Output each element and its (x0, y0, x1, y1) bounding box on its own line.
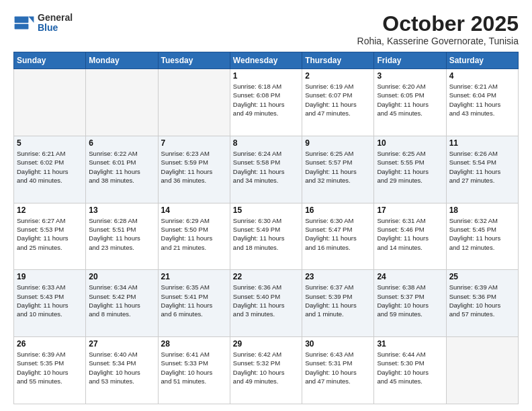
calendar-cell: 1Sunrise: 6:18 AM Sunset: 6:08 PM Daylig… (230, 69, 302, 136)
calendar-cell: 27Sunrise: 6:40 AM Sunset: 5:34 PM Dayli… (86, 337, 158, 404)
cell-text: Sunrise: 6:24 AM Sunset: 5:58 PM Dayligh… (233, 149, 299, 185)
day-number: 1 (233, 71, 299, 81)
calendar-cell: 5Sunrise: 6:21 AM Sunset: 6:02 PM Daylig… (14, 136, 86, 203)
cell-text: Sunrise: 6:28 AM Sunset: 5:51 PM Dayligh… (89, 216, 154, 252)
day-number: 26 (17, 339, 83, 349)
day-number: 15 (233, 205, 299, 215)
day-number: 29 (233, 339, 299, 349)
cell-text: Sunrise: 6:37 AM Sunset: 5:39 PM Dayligh… (305, 283, 371, 318)
cell-text: Sunrise: 6:33 AM Sunset: 5:43 PM Dayligh… (17, 283, 83, 318)
calendar-cell: 18Sunrise: 6:32 AM Sunset: 5:45 PM Dayli… (446, 203, 518, 270)
cell-text: Sunrise: 6:35 AM Sunset: 5:41 PM Dayligh… (161, 283, 227, 318)
cell-text: Sunrise: 6:21 AM Sunset: 6:04 PM Dayligh… (449, 82, 515, 118)
logo: General Blue (13, 12, 73, 34)
calendar-cell: 31Sunrise: 6:44 AM Sunset: 5:30 PM Dayli… (374, 337, 446, 404)
title-block: October 2025 Rohia, Kasserine Governorat… (357, 12, 519, 46)
weekday-header-thursday: Thursday (302, 52, 374, 69)
calendar-cell: 23Sunrise: 6:37 AM Sunset: 5:39 PM Dayli… (302, 270, 374, 337)
weekday-header-saturday: Saturday (446, 52, 518, 69)
day-number: 10 (377, 138, 443, 148)
calendar-cell: 8Sunrise: 6:24 AM Sunset: 5:58 PM Daylig… (230, 136, 302, 203)
calendar-cell: 14Sunrise: 6:29 AM Sunset: 5:50 PM Dayli… (158, 203, 230, 270)
cell-text: Sunrise: 6:36 AM Sunset: 5:40 PM Dayligh… (233, 283, 299, 318)
day-number: 17 (377, 205, 443, 215)
cell-text: Sunrise: 6:20 AM Sunset: 6:05 PM Dayligh… (377, 82, 443, 118)
svg-rect-1 (15, 16, 29, 23)
logo-icon (13, 12, 35, 34)
calendar-cell: 13Sunrise: 6:28 AM Sunset: 5:51 PM Dayli… (86, 203, 158, 270)
cell-text: Sunrise: 6:30 AM Sunset: 5:47 PM Dayligh… (305, 216, 371, 252)
calendar-cell: 28Sunrise: 6:41 AM Sunset: 5:33 PM Dayli… (158, 337, 230, 404)
logo-text: General Blue (38, 13, 73, 34)
day-number: 13 (89, 205, 154, 215)
cell-text: Sunrise: 6:25 AM Sunset: 5:55 PM Dayligh… (377, 149, 443, 185)
calendar-row-2: 12Sunrise: 6:27 AM Sunset: 5:53 PM Dayli… (14, 203, 519, 270)
day-number: 7 (161, 138, 227, 148)
cell-text: Sunrise: 6:42 AM Sunset: 5:32 PM Dayligh… (233, 350, 299, 385)
calendar-cell: 7Sunrise: 6:23 AM Sunset: 5:59 PM Daylig… (158, 136, 230, 203)
calendar-cell: 3Sunrise: 6:20 AM Sunset: 6:05 PM Daylig… (374, 69, 446, 136)
cell-text: Sunrise: 6:31 AM Sunset: 5:46 PM Dayligh… (377, 216, 443, 252)
weekday-header-tuesday: Tuesday (158, 52, 230, 69)
cell-text: Sunrise: 6:22 AM Sunset: 6:01 PM Dayligh… (89, 149, 154, 185)
day-number: 22 (233, 272, 299, 281)
calendar-cell: 16Sunrise: 6:30 AM Sunset: 5:47 PM Dayli… (302, 203, 374, 270)
cell-text: Sunrise: 6:40 AM Sunset: 5:34 PM Dayligh… (89, 350, 154, 385)
day-number: 4 (449, 71, 515, 81)
calendar-cell: 22Sunrise: 6:36 AM Sunset: 5:40 PM Dayli… (230, 270, 302, 337)
calendar-cell: 2Sunrise: 6:19 AM Sunset: 6:07 PM Daylig… (302, 69, 374, 136)
logo-general: General (38, 13, 73, 23)
cell-text: Sunrise: 6:19 AM Sunset: 6:07 PM Dayligh… (305, 82, 371, 118)
calendar-cell (446, 337, 518, 404)
logo-blue: Blue (38, 23, 73, 33)
calendar-cell: 25Sunrise: 6:39 AM Sunset: 5:36 PM Dayli… (446, 270, 518, 337)
calendar-cell: 12Sunrise: 6:27 AM Sunset: 5:53 PM Dayli… (14, 203, 86, 270)
cell-text: Sunrise: 6:29 AM Sunset: 5:50 PM Dayligh… (161, 216, 227, 252)
cell-text: Sunrise: 6:44 AM Sunset: 5:30 PM Dayligh… (377, 350, 443, 385)
calendar-cell (158, 69, 230, 136)
day-number: 12 (17, 205, 83, 215)
cell-text: Sunrise: 6:25 AM Sunset: 5:57 PM Dayligh… (305, 149, 371, 185)
calendar-table: SundayMondayTuesdayWednesdayThursdayFrid… (13, 52, 519, 404)
cell-text: Sunrise: 6:34 AM Sunset: 5:42 PM Dayligh… (89, 283, 154, 318)
calendar-cell: 11Sunrise: 6:26 AM Sunset: 5:54 PM Dayli… (446, 136, 518, 203)
weekday-header-wednesday: Wednesday (230, 52, 302, 69)
calendar-row-3: 19Sunrise: 6:33 AM Sunset: 5:43 PM Dayli… (14, 270, 519, 337)
day-number: 19 (17, 272, 83, 281)
svg-rect-2 (15, 24, 29, 30)
day-number: 6 (89, 138, 154, 148)
calendar-cell: 19Sunrise: 6:33 AM Sunset: 5:43 PM Dayli… (14, 270, 86, 337)
day-number: 27 (89, 339, 154, 349)
day-number: 5 (17, 138, 83, 148)
calendar-cell: 30Sunrise: 6:43 AM Sunset: 5:31 PM Dayli… (302, 337, 374, 404)
cell-text: Sunrise: 6:41 AM Sunset: 5:33 PM Dayligh… (161, 350, 227, 385)
calendar-cell: 17Sunrise: 6:31 AM Sunset: 5:46 PM Dayli… (374, 203, 446, 270)
calendar-row-4: 26Sunrise: 6:39 AM Sunset: 5:35 PM Dayli… (14, 337, 519, 404)
weekday-header-sunday: Sunday (14, 52, 86, 69)
calendar-row-1: 5Sunrise: 6:21 AM Sunset: 6:02 PM Daylig… (14, 136, 519, 203)
cell-text: Sunrise: 6:38 AM Sunset: 5:37 PM Dayligh… (377, 283, 443, 318)
day-number: 28 (161, 339, 227, 349)
day-number: 20 (89, 272, 154, 281)
calendar-row-0: 1Sunrise: 6:18 AM Sunset: 6:08 PM Daylig… (14, 69, 519, 136)
day-number: 25 (449, 272, 515, 281)
cell-text: Sunrise: 6:18 AM Sunset: 6:08 PM Dayligh… (233, 82, 299, 118)
day-number: 14 (161, 205, 227, 215)
calendar-cell: 26Sunrise: 6:39 AM Sunset: 5:35 PM Dayli… (14, 337, 86, 404)
calendar-cell: 29Sunrise: 6:42 AM Sunset: 5:32 PM Dayli… (230, 337, 302, 404)
day-number: 24 (377, 272, 443, 281)
weekday-header-row: SundayMondayTuesdayWednesdayThursdayFrid… (14, 52, 519, 69)
day-number: 9 (305, 138, 371, 148)
calendar-cell: 21Sunrise: 6:35 AM Sunset: 5:41 PM Dayli… (158, 270, 230, 337)
day-number: 30 (305, 339, 371, 349)
calendar-cell: 10Sunrise: 6:25 AM Sunset: 5:55 PM Dayli… (374, 136, 446, 203)
day-number: 2 (305, 71, 371, 81)
calendar-cell: 24Sunrise: 6:38 AM Sunset: 5:37 PM Dayli… (374, 270, 446, 337)
calendar-page: General Blue October 2025 Rohia, Kasseri… (0, 0, 532, 411)
header: General Blue October 2025 Rohia, Kasseri… (13, 12, 519, 46)
calendar-cell: 4Sunrise: 6:21 AM Sunset: 6:04 PM Daylig… (446, 69, 518, 136)
cell-text: Sunrise: 6:30 AM Sunset: 5:49 PM Dayligh… (233, 216, 299, 252)
day-number: 18 (449, 205, 515, 215)
cell-text: Sunrise: 6:23 AM Sunset: 5:59 PM Dayligh… (161, 149, 227, 185)
calendar-cell: 9Sunrise: 6:25 AM Sunset: 5:57 PM Daylig… (302, 136, 374, 203)
